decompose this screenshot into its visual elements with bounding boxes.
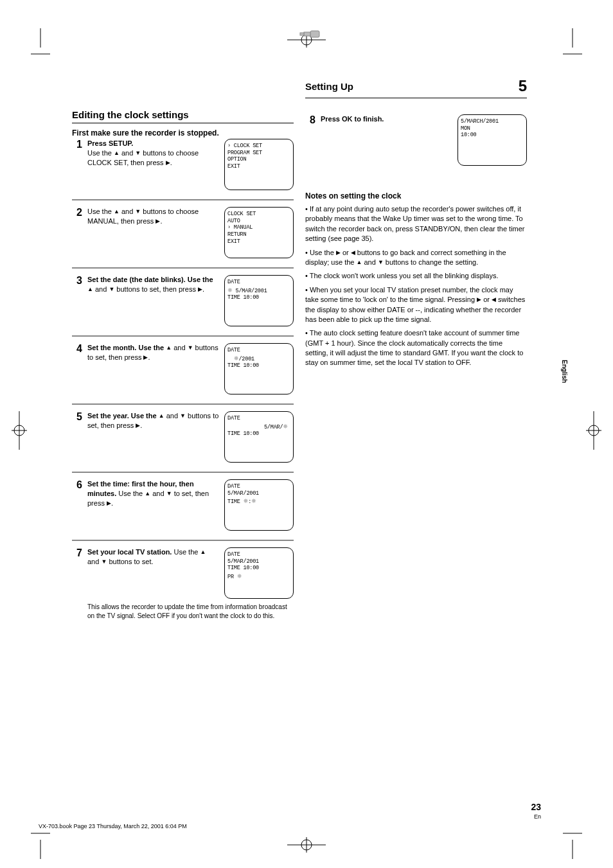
down-arrow-icon: ▼: [135, 150, 141, 156]
down-arrow-icon: ▼: [180, 413, 186, 419]
right-arrow-icon: ▶: [107, 500, 111, 506]
down-arrow-icon: ▼: [166, 491, 172, 497]
down-arrow-icon: ▼: [378, 260, 384, 265]
screen-7: DATE 5/MAR/2001 TIME 10:00 PR ✸: [224, 547, 294, 599]
flash-icon: ✸: [227, 286, 233, 294]
regmark-top: [287, 27, 326, 53]
left-arrow-icon: ◀: [351, 250, 355, 256]
up-arrow-icon: ▲: [114, 209, 120, 215]
flash-icon: ✸: [251, 497, 256, 505]
flash-icon: ✸: [244, 497, 249, 505]
notes-title: Notes on setting the clock: [305, 191, 527, 200]
flash-icon: ✸: [237, 572, 242, 580]
step-8: 8 Press OK to finish. 5/MARCH/2001 MON 1…: [305, 114, 527, 166]
up-arrow-icon: ▲: [200, 549, 206, 555]
page-number-block: 23 En: [531, 802, 541, 820]
crop-mark-bottom-right: [563, 820, 601, 859]
screen-6: DATE 5/MAR/2001 TIME ✸:✸: [224, 479, 294, 531]
screen-1: › CLOCK SET PROGRAM SET OPTION EXIT: [224, 139, 294, 190]
right-column: 8 Press OK to finish. 5/MARCH/2001 MON 1…: [305, 77, 527, 372]
regmark-left: [6, 411, 32, 450]
up-arrow-icon: ▲: [166, 345, 172, 351]
screen-3: DATE ✸ 5/MAR/2001 TIME 10:00: [224, 275, 294, 326]
right-arrow-icon: ▶: [198, 287, 202, 292]
side-tab-label: English: [561, 360, 568, 383]
section-title: Editing the clock settings: [72, 109, 294, 120]
footer-left: VX-703.book Page 23 Thursday, March 22, …: [39, 823, 187, 829]
down-arrow-icon: ▼: [188, 345, 193, 351]
step-2: 2 Use the ▲ and ▼ buttons to choose MANU…: [72, 207, 294, 258]
screen-2: CLOCK SET AUTO › MANUAL RETURN EXIT: [224, 207, 294, 258]
svg-rect-13: [300, 33, 304, 35]
note-5: • The auto clock setting feature doesn't…: [305, 328, 527, 368]
step-6: 6 Set the time: first the hour, then min…: [72, 479, 294, 531]
down-arrow-icon: ▼: [135, 209, 141, 215]
step-3: 3 Set the date (the date blinks). Use th…: [72, 275, 294, 326]
crop-mark-top-right: [563, 28, 601, 67]
up-arrow-icon: ▲: [357, 260, 362, 265]
screen-5: DATE 5/MAR/✸ TIME 10:00: [224, 411, 294, 463]
step-7: 7 Set your local TV station. Use the ▲ a…: [72, 547, 294, 599]
left-arrow-icon: ◀: [492, 297, 496, 303]
note-4: • When you set your local TV station pre…: [305, 285, 527, 325]
step-1: 1 Press SETUP. Use the ▲ and ▼ buttons t…: [72, 139, 294, 190]
screen-4: DATE 5/✸/2001 TIME 10:00: [224, 343, 294, 394]
regmark-bottom: [287, 832, 326, 858]
intro-subhead: First make sure the recorder is stopped.: [72, 128, 294, 137]
page: Setting Up 5 Editing the clock settings …: [0, 0, 613, 868]
note-3: • The clock won't work unless you set al…: [305, 271, 527, 281]
down-arrow-icon: ▼: [109, 287, 114, 292]
step-4: 4 Set the month. Use the ▲ and ▼ buttons…: [72, 343, 294, 394]
down-arrow-icon: ▼: [101, 559, 107, 565]
step-7-note: This allows the recorder to update the t…: [87, 603, 294, 620]
right-arrow-icon: ▶: [477, 297, 481, 303]
right-arrow-icon: ▶: [336, 250, 341, 256]
up-arrow-icon: ▲: [159, 413, 164, 419]
step-5: 5 Set the year. Use the ▲ and ▼ buttons …: [72, 411, 294, 463]
crop-mark-top-left: [12, 28, 50, 67]
up-arrow-icon: ▲: [87, 287, 93, 292]
note-1: • If at any point during auto setup the …: [305, 204, 527, 244]
left-column: Editing the clock settings First make su…: [72, 109, 294, 620]
svg-rect-12: [304, 32, 310, 36]
up-arrow-icon: ▲: [145, 491, 150, 497]
flash-icon: ✸: [283, 422, 288, 430]
right-arrow-icon: ▶: [166, 160, 170, 166]
regmark-right: [581, 411, 607, 450]
note-2: • Use the ▶ or ◀ buttons to go back and …: [305, 248, 527, 268]
up-arrow-icon: ▲: [114, 150, 120, 156]
screen-8: 5/MARCH/2001 MON 10:00: [458, 114, 527, 166]
svg-rect-11: [310, 31, 319, 37]
